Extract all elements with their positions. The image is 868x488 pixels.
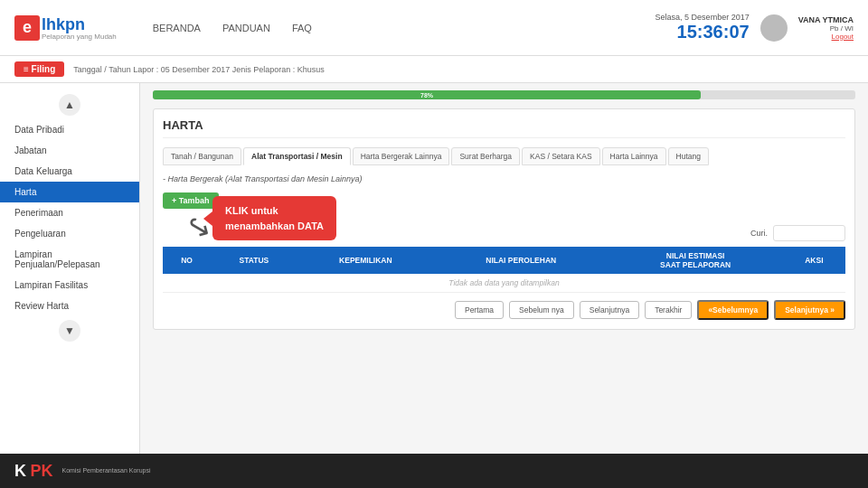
datetime-area: Selasa, 5 Desember 2017 15:36:07 [656,13,750,42]
sidebar-item-penerimaan[interactable]: Penerimaan [0,202,139,223]
tab-tanah-bangunan[interactable]: Tanah / Bangunan [163,147,241,165]
currency-input[interactable] [773,225,845,241]
sidebar-item-harta[interactable]: Harta [0,182,139,202]
tab-harta-lainnya[interactable]: Harta Lainnya [602,147,666,165]
scroll-down-arrow-icon[interactable]: ▼ [59,320,80,342]
tab-kas[interactable]: KAS / Setara KAS [522,147,600,165]
progress-text: 78% [420,92,433,99]
logout-link[interactable]: Logout [798,33,854,41]
tooltip-line1: KLIK untuk [225,203,324,219]
bottom-buttons: Pertama Sebelum nya Selanjutnya Terakhir… [163,300,845,320]
empty-message: Tidak ada data yang ditampilkan [163,274,845,293]
time-text: 15:36:07 [656,22,750,42]
nav-beranda[interactable]: BERANDA [153,23,201,33]
selanjutnya-button[interactable]: Selanjutnya [580,301,639,319]
sub-nav: ≡ Filing Tanggal / Tahun Lapor : 05 Dese… [0,56,868,83]
tooltip-bubble: KLIK untuk menambahkan DATA [212,196,336,240]
sidebar: ▲ Data Pribadi Jabatan Data Keluarga Har… [0,83,140,454]
tooltip-line2: menambahkan DATA [225,219,324,234]
logo-text: lhkpn [42,15,85,33]
lanjut-button[interactable]: Selanjutnya » [774,300,845,320]
user-avatar [760,14,788,42]
tambah-area: + Tambah ↩ KLIK untuk menambahkan DATA [163,191,219,216]
tab-alat-transportasi[interactable]: Alat Transportasi / Mesin [243,147,351,165]
sidebar-item-data-pribadi[interactable]: Data Pribadi [0,119,139,140]
col-status: STATUS [211,247,297,274]
footer-logo: K PK [14,462,52,481]
nav-faq[interactable]: FAQ [292,23,312,33]
progress-bar-fill: 78% [153,90,701,99]
footer-logo-pk: PK [30,462,52,480]
sidebar-item-data-keluarga[interactable]: Data Keluarga [0,161,139,182]
tab-surat-berharga[interactable]: Surat Berharga [451,147,520,165]
col-nilai-perolehan: NILAI PEROLEHAN [434,247,609,274]
col-nilai-estimasi: NILAI ESTIMASISAAT PELAPORAN [609,247,783,274]
user-info: VANA YTMICA Pb / WI Logout [798,15,854,41]
currency-label: Curi. [750,229,768,238]
col-aksi: AKSI [783,247,845,274]
date-text: Selasa, 5 Desember 2017 [656,13,750,22]
pertama-button[interactable]: Pertama [455,301,504,319]
footer-logo-k: K [14,462,26,480]
tooltip-arrow-icon [203,211,212,226]
sidebar-item-lampiran-fasilitas[interactable]: Lampiran Fasilitas [0,275,139,296]
terakhir-button[interactable]: Terakhir [645,301,692,319]
nav-links: BERANDA PANDUAN FAQ [153,23,656,33]
scroll-up-btn[interactable]: ▲ [0,90,139,119]
tab-harta-bergerak-lainnya[interactable]: Harta Bergerak Lainnya [353,147,450,165]
logo-e-icon: e [14,15,40,41]
logo-area: e lhkpn Pelaporan yang Mudah [14,15,117,41]
col-kepemilikan: KEPEMILIKAN [297,247,434,274]
progress-bar-container: 78% [153,90,855,99]
nav-panduan[interactable]: PANDUAN [222,23,270,33]
scroll-down-btn[interactable]: ▼ [0,316,139,345]
scroll-up-arrow-icon[interactable]: ▲ [59,94,80,116]
user-role: Pb / WI [798,24,854,33]
sidebar-item-lampiran-penjualan[interactable]: Lampiran Penjualan/Pelepasan [0,244,139,275]
content-area: 78% HARTA Tanah / Bangunan Alat Transpor… [140,83,868,454]
kembali-button[interactable]: «Sebelumnya [697,300,769,320]
sidebar-item-review-harta[interactable]: Review Harta [0,296,139,316]
filing-button[interactable]: ≡ Filing [14,61,64,77]
breadcrumb: Tanggal / Tahun Lapor : 05 Desember 2017… [73,65,325,74]
section-card: HARTA Tanah / Bangunan Alat Transportasi… [153,108,855,330]
main-layout: ▲ Data Pribadi Jabatan Data Keluarga Har… [0,83,868,454]
top-right: Selasa, 5 Desember 2017 15:36:07 VANA YT… [656,13,854,42]
sub-tab-label: - Harta Bergerak (Alat Transportasi dan … [163,174,845,183]
tab-hutang[interactable]: Hutang [668,147,709,165]
footer-text: Komisi Pemberantasan Korupsi [61,466,150,475]
section-title: HARTA [163,118,845,138]
col-no: NO [163,247,211,274]
data-table: NO STATUS KEPEMILIKAN NILAI PEROLEHAN NI… [163,247,845,293]
tambah-button[interactable]: + Tambah [163,192,219,209]
user-name: VANA YTMICA [798,15,854,24]
sidebar-item-jabatan[interactable]: Jabatan [0,140,139,161]
sidebar-item-pengeluaran[interactable]: Pengeluaran [0,223,139,244]
logo-sub: Pelaporan yang Mudah [42,33,117,41]
table-empty-row: Tidak ada data yang ditampilkan [163,274,845,293]
footer: K PK Komisi Pemberantasan Korupsi [0,454,868,488]
top-bar: e lhkpn Pelaporan yang Mudah BERANDA PAN… [0,0,868,56]
sebelumnya-button[interactable]: Sebelum nya [509,301,574,319]
tabs-container: Tanah / Bangunan Alat Transportasi / Mes… [163,147,845,165]
